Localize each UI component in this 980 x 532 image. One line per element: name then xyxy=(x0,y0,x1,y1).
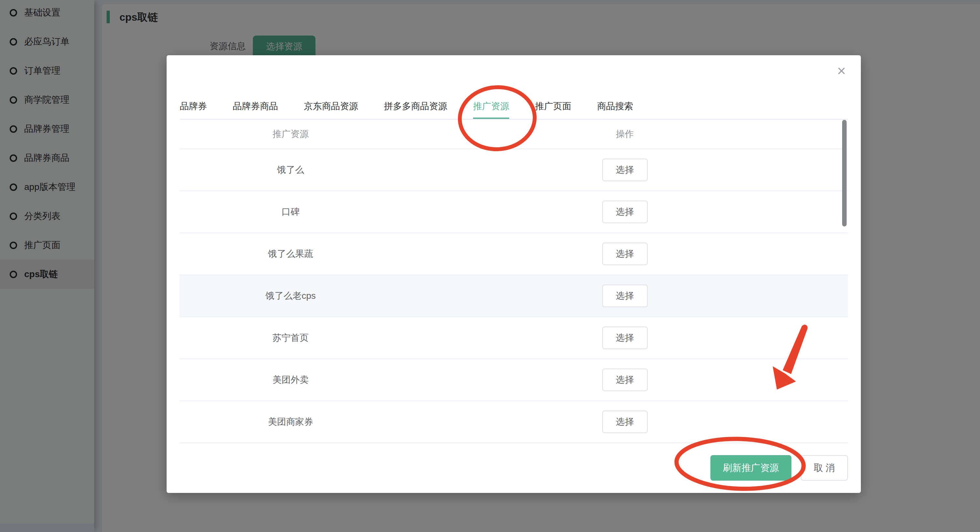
table-row: 饿了么果蔬 选择 xyxy=(180,233,848,275)
select-button[interactable]: 选择 xyxy=(602,285,648,307)
table-row: 美团外卖 选择 xyxy=(180,359,848,401)
tab-label: 推广页面 xyxy=(535,95,571,119)
column-header-resource: 推广资源 xyxy=(180,128,402,140)
table-row: 苏宁首页 选择 xyxy=(180,317,848,359)
tab-brand-coupon[interactable]: 品牌券 xyxy=(180,95,220,119)
tab-promo-page[interactable]: 推广页面 xyxy=(522,95,584,119)
tab-pdd-goods[interactable]: 拼多多商品资源 xyxy=(371,95,460,119)
scrollbar-thumb[interactable] xyxy=(842,120,846,226)
tab-goods-search[interactable]: 商品搜索 xyxy=(584,95,633,119)
select-button[interactable]: 选择 xyxy=(602,327,648,349)
resource-table: 推广资源 操作 饿了么 选择 口碑 选择 饿了么果蔬 选择 饿了么老cps 选择… xyxy=(180,119,848,443)
select-button[interactable]: 选择 xyxy=(602,411,648,433)
tab-brand-coupon-goods[interactable]: 品牌券商品 xyxy=(220,95,291,119)
tab-label: 品牌券商品 xyxy=(233,95,278,119)
select-button[interactable]: 选择 xyxy=(602,159,648,181)
select-button[interactable]: 选择 xyxy=(602,201,648,223)
tab-label: 推广资源 xyxy=(473,95,509,119)
cancel-button[interactable]: 取 消 xyxy=(801,455,848,481)
tab-label: 商品搜索 xyxy=(597,95,633,119)
table-row: 饿了么老cps 选择 xyxy=(180,275,848,317)
resource-name: 口碑 xyxy=(180,206,402,218)
select-button[interactable]: 选择 xyxy=(602,368,648,391)
resource-name: 饿了么果蔬 xyxy=(180,248,402,260)
resource-name: 美团商家券 xyxy=(180,416,402,428)
column-header-action: 操作 xyxy=(402,128,848,140)
tab-jd-goods[interactable]: 京东商品资源 xyxy=(291,95,371,119)
resource-select-dialog: × 品牌券 品牌券商品 京东商品资源 拼多多商品资源 推广资源 推广页面 商品搜… xyxy=(167,55,861,493)
refresh-promo-resources-button[interactable]: 刷新推广资源 xyxy=(710,455,791,481)
select-button[interactable]: 选择 xyxy=(602,242,648,265)
resource-name: 苏宁首页 xyxy=(180,332,402,344)
tab-promo-resource[interactable]: 推广资源 xyxy=(460,95,522,119)
close-icon[interactable]: × xyxy=(833,62,850,79)
table-row: 口碑 选择 xyxy=(180,191,848,233)
table-row: 饿了么 选择 xyxy=(180,149,848,191)
screen: cps取链 资源信息 选择资源 基础设置 必应鸟订单 订单管理 商学院管理 xyxy=(0,0,980,532)
tab-label: 品牌券 xyxy=(180,95,207,119)
tab-label: 拼多多商品资源 xyxy=(384,95,447,119)
resource-name: 饿了么老cps xyxy=(180,290,402,302)
resource-name: 饿了么 xyxy=(180,164,402,176)
resource-name: 美团外卖 xyxy=(180,374,402,386)
tab-label: 京东商品资源 xyxy=(304,95,358,119)
table-header-row: 推广资源 操作 xyxy=(180,119,848,149)
table-row: 美团商家券 选择 xyxy=(180,401,848,443)
dialog-tab-bar: 品牌券 品牌券商品 京东商品资源 拼多多商品资源 推广资源 推广页面 商品搜索 xyxy=(180,95,848,119)
